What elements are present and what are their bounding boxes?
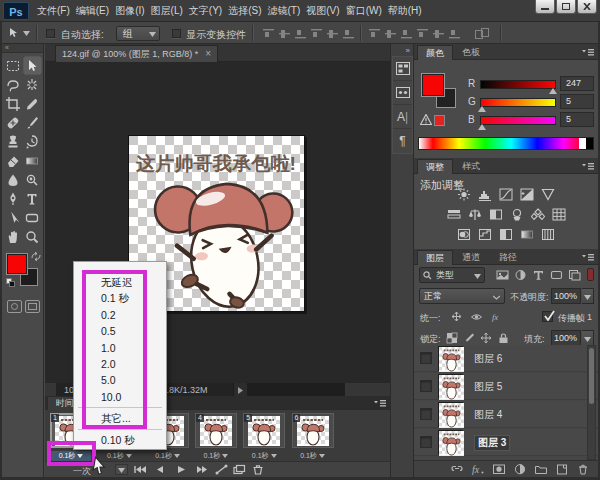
tab-close-icon[interactable]: × — [205, 49, 211, 59]
adjustment-layer-filter-icon[interactable] — [514, 269, 527, 281]
levels-icon[interactable] — [478, 188, 492, 201]
frame-delay-select[interactable]: 0.1秒 — [196, 451, 236, 461]
menu-2[interactable]: 编辑(E) — [73, 0, 112, 22]
distribute-horizontal-centers[interactable] — [432, 28, 445, 39]
opacity-arrow[interactable] — [582, 288, 594, 304]
posterize-icon[interactable] — [478, 228, 492, 241]
tool-preset-arrow-icon[interactable] — [23, 31, 30, 36]
move-tool[interactable] — [23, 56, 42, 75]
distribute-left-edges[interactable] — [416, 28, 429, 39]
channel-value-R[interactable]: 247 — [560, 76, 594, 91]
propagate-frame-checkbox[interactable] — [542, 311, 553, 322]
align-top-edges[interactable] — [262, 28, 275, 39]
timeline-panel-menu-icon[interactable] — [374, 400, 386, 407]
align-left-edges[interactable] — [310, 28, 323, 39]
auto-select-checkbox[interactable] — [46, 29, 55, 38]
layer-thumbnail[interactable] — [438, 346, 463, 371]
layers-tab-通道[interactable]: 通道 — [454, 250, 488, 265]
frame-4[interactable]: 40.1秒 — [193, 413, 239, 459]
align-vertical-centers[interactable] — [278, 28, 291, 39]
gradient-map-icon[interactable] — [520, 228, 534, 241]
brush-tool[interactable] — [23, 113, 42, 132]
channel-value-B[interactable]: 5 — [560, 112, 594, 127]
frame-5[interactable]: 50.1秒 — [241, 413, 287, 459]
layers-tab-图层[interactable]: 图层 — [417, 250, 453, 265]
layer-thumbnail[interactable] — [438, 374, 463, 399]
gradient-tool[interactable] — [23, 151, 42, 170]
foreground-color-swatch[interactable] — [7, 254, 27, 274]
lock-all-icon[interactable] — [497, 332, 509, 344]
exposure-icon[interactable] — [520, 188, 534, 201]
vibrance-icon[interactable] — [541, 188, 555, 201]
character-panel-icon[interactable]: A| — [393, 105, 412, 129]
smart-object-filter-icon[interactable] — [568, 269, 581, 281]
align-horizontal-centers[interactable] — [326, 28, 339, 39]
new-layer-icon[interactable] — [555, 463, 569, 476]
layer-visibility-checkbox[interactable] — [420, 408, 432, 420]
fill-value[interactable]: 100% — [551, 330, 581, 346]
rectangular-marquee-tool[interactable] — [4, 56, 23, 75]
frame-6[interactable]: 60.1秒 — [290, 413, 336, 459]
lock-position-icon[interactable] — [480, 332, 492, 344]
first-frame-button[interactable] — [131, 464, 149, 476]
channel-slider-thumb-B[interactable] — [478, 124, 486, 130]
blend-mode-select[interactable]: 正常 — [419, 288, 505, 304]
lock-image-icon[interactable] — [463, 332, 475, 344]
menu-7[interactable]: 滤镜(T) — [265, 0, 304, 22]
color-spectrum-ramp[interactable] — [418, 137, 594, 150]
adjustments-tab-样式[interactable]: 样式 — [454, 159, 488, 174]
adjustments-panel-menu-icon[interactable] — [582, 163, 594, 170]
channel-slider-R[interactable] — [480, 80, 556, 89]
layer-thumbnail[interactable] — [438, 430, 463, 455]
frame-delay-select[interactable]: 0.1秒 — [244, 451, 284, 461]
hue-saturation-icon[interactable] — [447, 208, 461, 221]
tween-button[interactable] — [214, 464, 232, 476]
delete-layer-icon[interactable] — [576, 463, 590, 476]
minimize-button[interactable] — [535, 0, 555, 14]
gamut-warning-icon[interactable] — [420, 114, 432, 125]
eraser-tool[interactable] — [4, 151, 23, 170]
channel-mixer-icon[interactable] — [531, 208, 545, 221]
type-layer-filter-icon[interactable] — [532, 269, 545, 281]
status-popup-button[interactable] — [233, 383, 247, 397]
unify-visibility-icon[interactable] — [470, 311, 483, 323]
threshold-icon[interactable] — [499, 228, 513, 241]
blur-tool[interactable] — [4, 170, 23, 189]
brightness-contrast-icon[interactable] — [457, 188, 471, 201]
paragraph-panel-icon[interactable]: ¶ — [393, 129, 412, 153]
lock-transparent-icon[interactable] — [446, 332, 458, 344]
layer-visibility-checkbox[interactable] — [420, 352, 432, 364]
zoom-tool[interactable] — [23, 227, 42, 246]
align-bottom-edges[interactable] — [294, 28, 307, 39]
menu-3[interactable]: 图像(I) — [112, 0, 147, 22]
layers-scrollbar[interactable] — [587, 345, 596, 460]
pen-tool[interactable] — [4, 189, 23, 208]
gamut-warning-swatch[interactable] — [434, 115, 445, 126]
layer-visibility-checkbox[interactable] — [420, 380, 432, 392]
pixel-layer-filter-icon[interactable] — [496, 269, 509, 281]
menu-10[interactable]: 帮助(H) — [385, 0, 425, 22]
next-frame-button[interactable] — [193, 464, 211, 476]
layers-tab-路径[interactable]: 路径 — [491, 250, 525, 265]
channel-value-G[interactable]: 5 — [560, 94, 594, 109]
auto-align-layers-icon[interactable] — [475, 28, 492, 39]
magic-wand-tool[interactable] — [23, 75, 42, 94]
default-colors-icon[interactable] — [6, 278, 15, 287]
maximize-button[interactable] — [556, 0, 576, 14]
opacity-value[interactable]: 100% — [551, 288, 581, 304]
layers-panel-menu-icon[interactable] — [582, 254, 594, 261]
menu-1[interactable]: 文件(F) — [34, 0, 73, 22]
layer-row-图层 4[interactable]: 图层 4 — [414, 401, 598, 428]
frame-delay-select[interactable]: 0.1秒 — [148, 451, 188, 461]
auto-select-dropdown[interactable]: 组 — [116, 26, 160, 41]
shape-tool[interactable] — [23, 208, 42, 227]
channel-slider-G[interactable] — [480, 98, 556, 107]
align-right-edges[interactable] — [342, 28, 355, 39]
crop-tool[interactable] — [4, 94, 23, 113]
menu-5[interactable]: 文字(Y) — [186, 0, 225, 22]
layer-filter-select[interactable]: 类型 — [419, 267, 485, 283]
new-adjustment-layer-icon[interactable] — [513, 463, 527, 476]
distribute-bottom-edges[interactable] — [400, 28, 413, 39]
frame-delay-select[interactable]: 0.1秒 — [293, 451, 333, 461]
close-button[interactable] — [577, 0, 597, 14]
